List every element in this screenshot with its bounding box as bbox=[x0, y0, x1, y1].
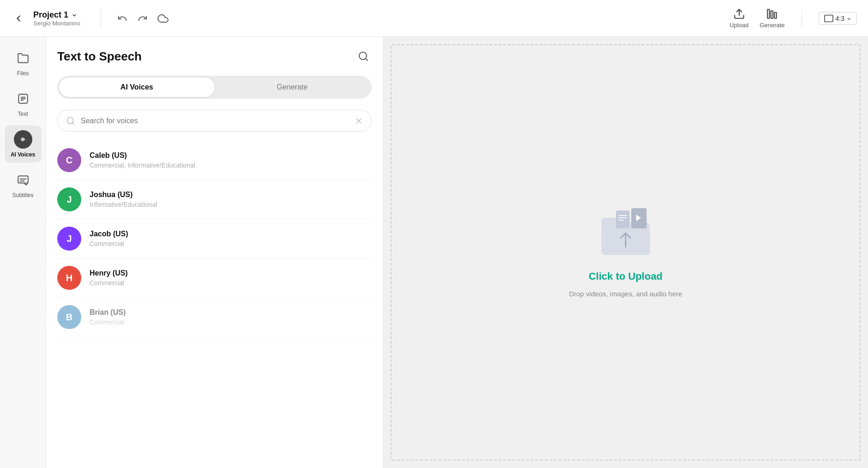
upload-button[interactable]: Upload bbox=[729, 8, 748, 29]
svg-rect-3 bbox=[775, 12, 777, 18]
voice-info-caleb: Caleb (US) Commercial, Informative/Educa… bbox=[90, 151, 195, 169]
waveform-icon bbox=[14, 130, 32, 149]
sidebar-subtitles-label: Subtitles bbox=[12, 192, 33, 198]
cloud-save-button[interactable] bbox=[155, 10, 171, 27]
project-chevron-icon bbox=[71, 10, 78, 20]
ratio-chevron-icon bbox=[846, 15, 852, 22]
sidebar-item-subtitles[interactable]: Subtitles bbox=[5, 166, 42, 203]
generate-label: Generate bbox=[760, 22, 784, 29]
voice-tags-extra: Commercial bbox=[90, 318, 126, 326]
voice-list: C Caleb (US) Commercial, Informative/Edu… bbox=[57, 141, 372, 457]
search-input[interactable] bbox=[81, 117, 349, 125]
upload-label: Upload bbox=[729, 22, 748, 29]
avatar-jacob: J bbox=[57, 227, 81, 251]
voice-info-extra: Brian (US) Commercial bbox=[90, 308, 126, 326]
voice-name-henry: Henry (US) bbox=[90, 269, 128, 277]
topbar: Project 1 Sergio Montanino bbox=[0, 0, 868, 37]
redo-button[interactable] bbox=[134, 10, 151, 27]
topbar-actions bbox=[114, 10, 171, 27]
ratio-label: 4:3 bbox=[836, 15, 844, 22]
panel-header: Text to Speech bbox=[57, 48, 372, 65]
project-user: Sergio Montanino bbox=[33, 20, 80, 27]
voice-name-jacob: Jacob (US) bbox=[90, 230, 128, 238]
tab-switcher: AI Voices Generate bbox=[57, 76, 372, 99]
voice-tags-jacob: Commercial bbox=[90, 240, 128, 247]
voice-item-jacob[interactable]: J Jacob (US) Commercial bbox=[57, 219, 372, 258]
avatar-caleb: C bbox=[57, 148, 81, 172]
voice-tags-henry: Commercial bbox=[90, 279, 128, 287]
voice-item-joshua[interactable]: J Joshua (US) Informative/Educational bbox=[57, 180, 372, 219]
sidebar-item-ai-voices[interactable]: AI Voices bbox=[5, 126, 42, 162]
upload-svg-illustration bbox=[593, 198, 658, 263]
voice-name-joshua: Joshua (US) bbox=[90, 191, 157, 199]
text-icon bbox=[14, 90, 32, 108]
upload-subtitle: Drop videos, images, and audio here bbox=[569, 290, 682, 298]
ratio-selector[interactable]: 4:3 bbox=[819, 12, 857, 25]
avatar-henry: H bbox=[57, 266, 81, 290]
voice-info-jacob: Jacob (US) Commercial bbox=[90, 230, 128, 247]
tab-ai-voices[interactable]: AI Voices bbox=[59, 78, 215, 97]
generate-button[interactable]: Generate bbox=[760, 8, 784, 29]
svg-line-20 bbox=[72, 123, 74, 125]
svg-rect-2 bbox=[771, 11, 773, 18]
search-clear-button[interactable] bbox=[355, 116, 363, 126]
sidebar: Files Text AI Voices bbox=[0, 37, 46, 468]
sidebar-item-text[interactable]: Text bbox=[5, 85, 42, 122]
back-button[interactable] bbox=[11, 11, 26, 26]
main-layout: Files Text AI Voices bbox=[0, 37, 868, 468]
svg-line-18 bbox=[366, 59, 368, 60]
sidebar-ai-voices-label: AI Voices bbox=[11, 151, 35, 158]
topbar-divider bbox=[101, 9, 101, 28]
search-bar bbox=[57, 110, 372, 132]
voice-info-henry: Henry (US) Commercial bbox=[90, 269, 128, 287]
svg-rect-4 bbox=[825, 15, 833, 21]
sidebar-item-files[interactable]: Files bbox=[5, 44, 42, 81]
panel-search-button[interactable] bbox=[355, 48, 372, 65]
project-info: Project 1 Sergio Montanino bbox=[33, 10, 80, 27]
voice-name-extra: Brian (US) bbox=[90, 308, 126, 317]
topbar-right-divider bbox=[802, 9, 802, 28]
avatar-joshua: J bbox=[57, 187, 81, 211]
project-name[interactable]: Project 1 bbox=[33, 10, 80, 20]
voice-name-caleb: Caleb (US) bbox=[90, 151, 195, 160]
voice-item-henry[interactable]: H Henry (US) Commercial bbox=[57, 258, 372, 298]
canvas-area[interactable]: Click to Upload Drop videos, images, and… bbox=[391, 44, 861, 461]
upload-title: Click to Upload bbox=[589, 270, 663, 282]
svg-rect-1 bbox=[768, 9, 770, 18]
folder-icon bbox=[14, 49, 32, 67]
voice-item-caleb[interactable]: C Caleb (US) Commercial, Informative/Edu… bbox=[57, 141, 372, 180]
search-icon bbox=[66, 116, 75, 126]
text-to-speech-panel: Text to Speech AI Voices Generate bbox=[46, 37, 383, 468]
voice-tags-joshua: Informative/Educational bbox=[90, 201, 157, 208]
upload-illustration bbox=[593, 208, 658, 263]
undo-button[interactable] bbox=[114, 10, 131, 27]
svg-rect-28 bbox=[616, 210, 630, 228]
voice-info-joshua: Joshua (US) Informative/Educational bbox=[90, 191, 157, 208]
sidebar-text-label: Text bbox=[18, 111, 28, 117]
tab-generate[interactable]: Generate bbox=[215, 78, 370, 97]
voice-item-extra[interactable]: B Brian (US) Commercial bbox=[57, 298, 372, 337]
subtitles-icon bbox=[14, 171, 32, 189]
avatar-extra: B bbox=[57, 305, 81, 329]
sidebar-files-label: Files bbox=[17, 70, 29, 77]
topbar-right: Upload Generate 4:3 bbox=[729, 8, 857, 29]
svg-point-9 bbox=[18, 135, 27, 144]
voice-tags-caleb: Commercial, Informative/Educational bbox=[90, 162, 195, 169]
panel-title: Text to Speech bbox=[57, 49, 142, 64]
svg-rect-14 bbox=[18, 176, 28, 183]
